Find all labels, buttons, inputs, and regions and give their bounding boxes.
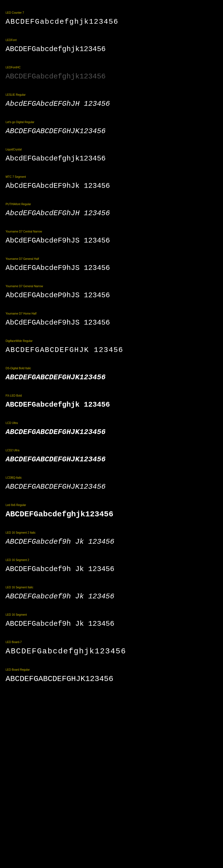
font-name-label[interactable]: DigifaceWide Regular	[6, 339, 217, 342]
font-sample-text: AbCdEFGAbcdeF9hJS 123456	[6, 237, 217, 245]
font-sample-text: AbcdEFGAbcdEFGhJH 123456	[6, 100, 217, 108]
font-name-label[interactable]: LEDFontHC	[6, 66, 217, 69]
font-item: LCD2 UltraABCDEFGABCDEFGHJK123456	[6, 449, 217, 464]
font-item: Yourname D7 Central NarrowAbCdEFGAbcdeF9…	[6, 230, 217, 245]
font-sample-text: ABCDEFGabcdefghjk123456	[6, 72, 217, 81]
font-item: Yourname D7 General HalfAbCdEFGAbcdeF9hJ…	[6, 257, 217, 272]
font-item: LCDBQ-ItalicABCDEFGABCDEFGHJK123456	[6, 476, 217, 491]
font-item: Yourname D7 General NarrowAbCdEFGAbcdeP9…	[6, 285, 217, 300]
font-item: LED 16 SegmentABCDEFGabcdef9h Jk 123456	[6, 613, 217, 628]
font-sample-text: ABCDEFGABCDEFGHJK123456	[6, 455, 217, 464]
font-sample-text: ABCDEFGABCDEFGHJK123456	[6, 483, 217, 491]
font-sample-text: AbCdEFGAbcdEF9hJk 123456	[6, 182, 217, 190]
font-item: LED 16 Segment 2ABCDEFGabcdef9h Jk 12345…	[6, 558, 217, 573]
font-item: DigifaceWide RegularABCDEFGABCDEFGHJK 12…	[6, 339, 217, 354]
font-item: LED Counter 7ABCDEFGabcdefghjk123456	[6, 11, 217, 26]
font-sample-text: ABCDEFGABCDEFGHJK 123456	[6, 346, 217, 354]
font-sample-text: ABCDEFGabcdefghjk123456	[6, 45, 217, 53]
font-name-label[interactable]: LED 16 Segment	[6, 613, 217, 616]
font-item: Let's go Digital RegularABCDEFGABCDEFGHJ…	[6, 121, 217, 135]
font-item: LiquidCrystalAbcdEFGabcdefghjk123456	[6, 148, 217, 163]
font-item: LED Board-7ABCDEFGabcdefghjk123456	[6, 641, 217, 656]
font-sample-text: ABCDEFGabcdefghjk 123456	[6, 401, 217, 409]
font-name-label[interactable]: LED 16 Segment 2	[6, 558, 217, 562]
font-item: DS-Digital Bold ItalicABCDEFGABCDEFGHJK1…	[6, 367, 217, 381]
font-name-label[interactable]: LCD Ultra	[6, 422, 217, 425]
font-name-label[interactable]: Let's go Digital Regular	[6, 121, 217, 124]
font-list: LED Counter 7ABCDEFGabcdefghjk123456LEDF…	[6, 11, 217, 683]
font-item: LEDFontHCABCDEFGabcdefghjk123456	[6, 66, 217, 81]
font-name-label[interactable]: Yourname D7 Central Narrow	[6, 230, 217, 233]
font-name-label[interactable]: Led 8x6 Regular	[6, 503, 217, 506]
font-sample-text: AbCdEFGAbcdeP9hJS 123456	[6, 291, 217, 300]
font-name-label[interactable]: LCDBQ-Italic	[6, 476, 217, 479]
font-item: LED 16 Segment ItalicABCDEFGabcdef9h Jk …	[6, 586, 217, 600]
font-name-label[interactable]: LED Board Regular	[6, 668, 217, 671]
font-item: PUTHIAfont RegularAbcdEFGAbcdEFGhJH 1234…	[6, 203, 217, 217]
font-sample-text: ABCDEFGabcdef9h Jk 123456	[6, 592, 217, 600]
font-name-label[interactable]: PUTHIAfont Regular	[6, 203, 217, 206]
font-item: Led 8x6 RegularABCDEFGabcdefghjk123456	[6, 503, 217, 519]
font-name-label[interactable]: Yourname D7 General Half	[6, 257, 217, 260]
font-name-label[interactable]: LED 16 Segment Italic	[6, 586, 217, 589]
font-name-label[interactable]: DS-Digital Bold Italic	[6, 367, 217, 370]
font-sample-text: AbcdEFGAbcdEFGhJH 123456	[6, 209, 217, 217]
font-name-label[interactable]: LiquidCrystal	[6, 148, 217, 151]
font-name-label[interactable]: MTC 7 Segment	[6, 175, 217, 178]
font-item: LESLIE RegularAbcdEFGAbcdEFGhJH 123456	[6, 93, 217, 108]
font-item: LED 16 Segment 2 ItalicABCDEFGabcdef9h J…	[6, 531, 217, 546]
font-name-label[interactable]: FX-LED Bold	[6, 394, 217, 397]
font-name-label[interactable]: LED 16 Segment 2 Italic	[6, 531, 217, 534]
font-item: FX-LED BoldABCDEFGabcdefghjk 123456	[6, 394, 217, 409]
font-item: Yourname D7 Home HalfAbCdEFGAbcdeF9hJS 1…	[6, 312, 217, 327]
font-sample-text: ABCDEFGabcdef9h Jk 123456	[6, 620, 217, 628]
font-name-label[interactable]: LCD2 Ultra	[6, 449, 217, 452]
font-sample-text: AbCdEFGAbcdeF9hJS 123456	[6, 264, 217, 272]
font-sample-text: AbCdEFGAbcdeF9hJS 123456	[6, 318, 217, 327]
font-sample-text: ABCDEFGABCDEFGHJK123456	[6, 428, 217, 436]
font-name-label[interactable]: LEDFont	[6, 38, 217, 41]
font-sample-text: AbcdEFGabcdefghjk123456	[6, 154, 217, 163]
font-item: LEDFontABCDEFGabcdefghjk123456	[6, 38, 217, 53]
font-item: LCD UltraABCDEFGABCDEFGHJK123456	[6, 422, 217, 436]
font-sample-text: ABCDEFGABCDEFGHJK123456	[6, 675, 217, 683]
font-name-label[interactable]: LESLIE Regular	[6, 93, 217, 96]
font-sample-text: ABCDEFGabcdefghjk123456	[6, 647, 217, 656]
font-sample-text: ABCDEFGabcdefghjk123456	[6, 18, 217, 26]
font-sample-text: ABCDEFGabcdefghjk123456	[6, 510, 217, 519]
font-item: LED Board RegularABCDEFGABCDEFGHJK123456	[6, 668, 217, 683]
font-name-label[interactable]: LED Counter 7	[6, 11, 217, 14]
font-name-label[interactable]: Yourname D7 Home Half	[6, 312, 217, 315]
font-name-label[interactable]: LED Board-7	[6, 641, 217, 644]
font-sample-text: ABCDEFGabcdef9h Jk 123456	[6, 537, 217, 546]
font-sample-text: ABCDEFGABCDEFGHJK123456	[6, 373, 217, 381]
font-sample-text: ABCDEFGABCDEFGHJK123456	[6, 127, 217, 135]
font-sample-text: ABCDEFGabcdef9h Jk 123456	[6, 565, 217, 573]
font-name-label[interactable]: Yourname D7 General Narrow	[6, 285, 217, 288]
font-item: MTC 7 SegmentAbCdEFGAbcdEF9hJk 123456	[6, 175, 217, 190]
